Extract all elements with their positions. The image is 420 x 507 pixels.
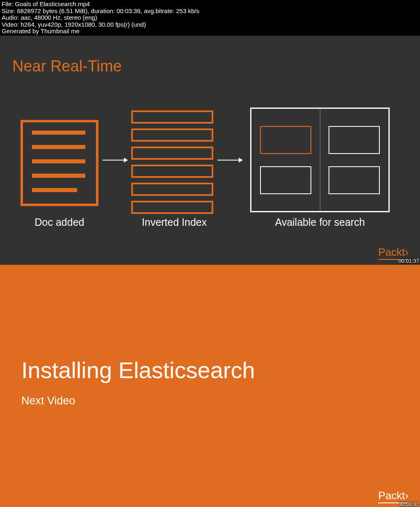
doc-line-icon bbox=[32, 131, 85, 135]
next-video-title: Installing Elasticsearch bbox=[21, 357, 255, 383]
timestamp-label: 00:03:32 bbox=[398, 501, 419, 507]
index-bar-icon bbox=[131, 201, 213, 214]
thumbnail-frame-1: Near Real-Time bbox=[0, 36, 420, 265]
diagram-row bbox=[21, 103, 390, 218]
search-col-right bbox=[320, 109, 389, 211]
index-bar-icon bbox=[131, 128, 213, 142]
result-cell-icon bbox=[329, 126, 380, 154]
arrow-icon bbox=[103, 160, 127, 161]
thumbnail-frame-2: Installing Elasticsearch Next Video Pack… bbox=[0, 265, 420, 507]
label-available-for-search: Available for search bbox=[230, 216, 410, 228]
index-bar-icon bbox=[131, 110, 213, 124]
doc-line-icon bbox=[32, 145, 85, 149]
doc-line-icon bbox=[32, 188, 77, 192]
label-inverted-index: Inverted Index bbox=[119, 216, 230, 228]
search-results-icon bbox=[250, 108, 390, 212]
next-video-label: Next Video bbox=[21, 395, 75, 407]
result-cell-icon bbox=[260, 126, 311, 154]
label-doc-added: Doc added bbox=[0, 216, 119, 228]
generated-line: Generated by Thumbnail me bbox=[2, 28, 418, 35]
result-cell-icon bbox=[329, 166, 380, 194]
doc-line-icon bbox=[32, 174, 85, 178]
doc-line-icon bbox=[32, 159, 85, 163]
inverted-index-icon bbox=[131, 110, 213, 214]
size-line: Size: 6828972 bytes (6.51 MiB), duration… bbox=[2, 8, 418, 15]
video-line: Video: h264, yuv420p, 1920x1080, 30.00 f… bbox=[2, 21, 418, 28]
index-bar-icon bbox=[131, 147, 213, 160]
slide-title: Near Real-Time bbox=[12, 57, 122, 75]
file-line: File: Goals of Elasticsearch.mp4 bbox=[2, 1, 418, 8]
diagram-labels: Doc added Inverted Index Available for s… bbox=[0, 216, 420, 228]
document-icon bbox=[21, 120, 98, 206]
index-bar-icon bbox=[131, 165, 213, 178]
index-bar-icon bbox=[131, 183, 213, 196]
search-col-left bbox=[251, 109, 320, 211]
arrow-icon bbox=[217, 160, 242, 161]
result-cell-icon bbox=[260, 166, 311, 194]
metadata-header: File: Goals of Elasticsearch.mp4 Size: 6… bbox=[0, 0, 420, 36]
timestamp-label: 00:01:37 bbox=[398, 258, 419, 264]
audio-line: Audio: aac, 48000 Hz, stereo (eng) bbox=[2, 14, 418, 21]
